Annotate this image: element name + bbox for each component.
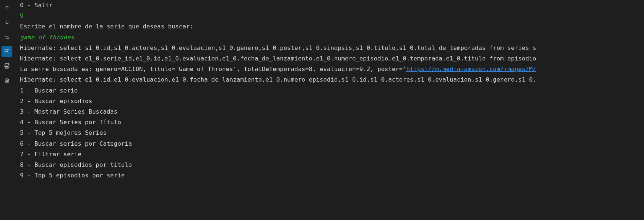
menu-item: 3 - Mostrar Series Buscadas: [20, 106, 644, 117]
console-output[interactable]: 0 - Salir 9 Escribe el nombre de la seri…: [14, 0, 644, 220]
scroll-to-end-icon[interactable]: [1, 46, 12, 57]
menu-item: 9 - Top 5 episodios por serie: [20, 170, 644, 181]
menu-item: 8 - Buscar episodios por titulo: [20, 160, 644, 170]
menu-item: 2 - Buscar episodios: [20, 96, 644, 106]
console-input-number: 9: [20, 11, 644, 21]
console-line: Hibernate: select s1_0.id,s1_0.actores,s…: [20, 43, 644, 53]
app-container: 0 - Salir 9 Escribe el nombre de la seri…: [0, 0, 644, 220]
result-text: La seire buscada es: genero=ACCION, titu…: [20, 66, 406, 72]
menu-item: 1 - Buscar serie: [20, 85, 644, 96]
console-line: La seire buscada es: genero=ACCION, titu…: [20, 64, 644, 74]
console-line: Hibernate: select e1_0.serie_id,e1_0.id,…: [20, 53, 644, 64]
word-wrap-icon[interactable]: [1, 31, 12, 42]
arrow-up-icon[interactable]: [1, 2, 12, 13]
console-prompt: Escribe el nombre de la serie que deseas…: [20, 21, 644, 32]
menu-item: 5 - Top 5 mejores Series: [20, 127, 644, 138]
menu-item: 6 - Buscar series por Categoría: [20, 138, 644, 149]
console-line: Hibernate: select e1_0.id,e1_0.evaluacio…: [20, 74, 644, 85]
console-input-text: game of thrones: [20, 32, 644, 43]
console-toolbar: [0, 0, 14, 220]
print-icon[interactable]: [1, 60, 12, 71]
trash-icon[interactable]: [1, 75, 12, 86]
poster-link[interactable]: https://m.media-amazon.com/images/M/: [406, 66, 536, 72]
menu-item: 4 - Buscar Series por Título: [20, 117, 644, 127]
arrow-down-icon[interactable]: [1, 17, 12, 28]
menu-item: 7 - Filtrar serie: [20, 149, 644, 160]
console-line: 0 - Salir: [20, 0, 644, 11]
